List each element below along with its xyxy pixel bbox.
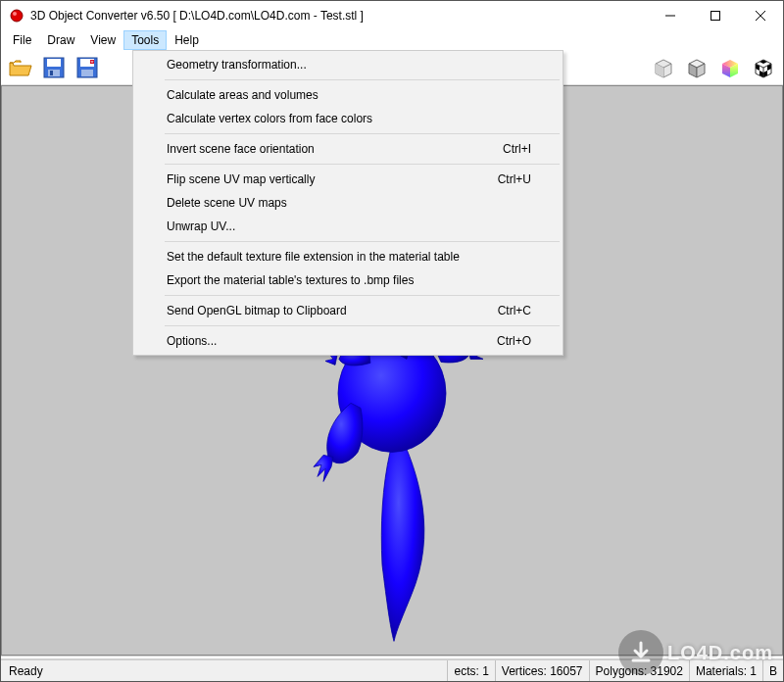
open-icon <box>9 58 32 77</box>
cube-shaded-button[interactable] <box>681 52 712 83</box>
save-icon <box>43 57 65 78</box>
menu-bar: File Draw View Tools Help <box>1 30 783 50</box>
save-as-icon <box>76 57 98 78</box>
status-ready: Ready <box>1 664 447 678</box>
menu-send-opengl-clipboard[interactable]: Send OpenGL bitmap to ClipboardCtrl+C <box>135 299 561 322</box>
svg-rect-4 <box>47 59 61 67</box>
open-button[interactable] <box>5 52 36 83</box>
menu-separator <box>165 241 560 242</box>
minimize-button[interactable] <box>648 1 693 30</box>
cube-color-icon <box>717 55 743 80</box>
menu-unwrap-uv[interactable]: Unwrap UV... <box>135 215 561 238</box>
status-materials: Materials: 1 <box>689 660 762 681</box>
close-button[interactable] <box>738 1 783 30</box>
svg-rect-9 <box>81 70 93 76</box>
cube-checker-icon <box>751 55 776 80</box>
status-polygons: Polygons: 31902 <box>589 660 689 681</box>
save-button[interactable] <box>38 52 70 83</box>
menu-set-default-texture-ext[interactable]: Set the default texture file extension i… <box>135 245 561 268</box>
cube-plain-button[interactable] <box>648 52 679 83</box>
status-vertices: Vertices: 16057 <box>495 660 589 681</box>
window-title: 3D Object Converter v6.50 [ D:\LO4D.com\… <box>30 9 364 23</box>
menu-calculate-vertex-colors[interactable]: Calculate vertex colors from face colors <box>135 107 561 130</box>
menu-separator <box>165 295 560 296</box>
menu-export-textures-bmp[interactable]: Export the material table's textures to … <box>135 268 561 292</box>
status-objects: ects: 1 <box>447 660 494 681</box>
status-extra: B <box>762 660 783 681</box>
menu-options[interactable]: Options...Ctrl+O <box>135 329 561 353</box>
menu-file[interactable]: File <box>5 30 39 50</box>
svg-point-0 <box>11 10 23 22</box>
maximize-button[interactable] <box>693 1 738 30</box>
save-as-button[interactable] <box>72 52 103 83</box>
svg-rect-6 <box>50 71 53 75</box>
menu-view[interactable]: View <box>82 30 123 50</box>
tools-dropdown: Geometry transformation... Calculate are… <box>132 50 564 356</box>
svg-rect-2 <box>711 12 720 21</box>
cube-icon <box>651 55 676 80</box>
menu-draw[interactable]: Draw <box>39 30 82 50</box>
menu-tools[interactable]: Tools <box>123 30 167 50</box>
menu-calculate-areas-volumes[interactable]: Calculate areas and volumes <box>135 83 561 107</box>
menu-separator <box>165 133 560 134</box>
menu-separator <box>165 325 560 326</box>
menu-help[interactable]: Help <box>167 30 207 50</box>
app-icon <box>9 8 24 24</box>
status-bar: Ready ects: 1 Vertices: 16057 Polygons: … <box>1 659 783 681</box>
cube-gradient-button[interactable] <box>714 52 746 83</box>
menu-geometry-transformation[interactable]: Geometry transformation... <box>135 53 561 76</box>
cube-checker-button[interactable] <box>748 52 779 83</box>
menu-invert-face-orientation[interactable]: Invert scene face orientationCtrl+I <box>135 137 561 161</box>
cube-grey-icon <box>684 55 710 80</box>
menu-delete-uv-maps[interactable]: Delete scene UV maps <box>135 191 561 215</box>
svg-point-1 <box>13 12 17 16</box>
svg-rect-5 <box>48 70 60 76</box>
menu-separator <box>165 79 560 80</box>
menu-flip-uv-vertically[interactable]: Flip scene UV map verticallyCtrl+U <box>135 168 561 191</box>
menu-separator <box>165 164 560 165</box>
title-bar: 3D Object Converter v6.50 [ D:\LO4D.com\… <box>1 1 783 30</box>
